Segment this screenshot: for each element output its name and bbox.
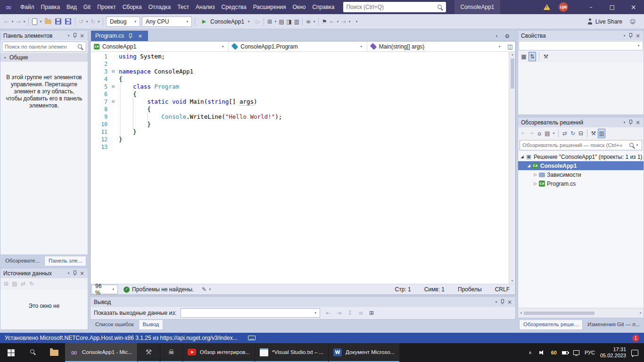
clock[interactable]: 17:31 05.02.2023 [600,346,626,359]
code-line[interactable]: 1using System; [91,53,509,60]
show-all-files-icon[interactable]: ▥ [598,129,605,138]
chevron-down-icon[interactable]: ▾ [552,132,556,135]
code-editor[interactable]: 1using System;23⊟namespace ConsoleApp14{… [91,52,515,284]
taskbar-app-notepad[interactable]: *Visual Studio.txt – ... [255,343,328,362]
taskbar-search-button[interactable] [22,343,43,362]
scroll-left-icon[interactable]: ▾ [516,310,526,316]
properties-header[interactable]: Свойства ▾ × [518,31,644,41]
save-all-icon[interactable] [65,18,71,25]
menu-item-5[interactable]: Сборка [119,0,145,14]
menu-item-12[interactable]: Справка [309,0,338,14]
project-dropdown[interactable]: C# ConsoleApp1 ▾ [91,41,229,51]
properties-object-dropdown[interactable]: ▾ [519,41,643,50]
problems-status[interactable]: Проблемы не найдены. [132,286,194,293]
pin-icon[interactable] [72,33,77,39]
scroll-up-icon[interactable]: ▾ [510,52,515,58]
chevron-down-icon[interactable]: ▾ [312,20,316,24]
refresh-data-source-icon[interactable]: ↻ [28,279,35,288]
tab-solution-explorer[interactable]: Обозревате... [1,256,43,266]
chevron-down-icon[interactable]: ▾ [273,20,278,24]
chevron-down-icon[interactable]: ▾ [22,20,26,24]
feedback-icon[interactable]: ☺ [629,17,636,26]
taskbar-app-skull-game[interactable]: ☠ [160,343,182,362]
code-line[interactable]: 10 } [91,121,509,128]
chevron-down-icon[interactable]: ▾ [336,20,340,24]
maximize-button[interactable]: □ [602,0,623,14]
error-list-icon[interactable]: ▤ [278,17,285,26]
minimize-button[interactable]: – [580,0,602,14]
sync-data-source-icon[interactable]: ⇄ [19,279,27,288]
toolbox-search-box[interactable] [2,41,86,52]
refresh-icon[interactable]: ↻ [569,129,577,138]
output-source-dropdown[interactable]: ▾ [181,308,320,318]
collapse-all-icon[interactable]: ⊟ [577,129,585,138]
taskbar-app-youtube[interactable]: Обзор интегриров... [183,343,255,362]
collapse-region-icon[interactable]: ⊟ [109,83,117,90]
new-item-icon[interactable]: ⊞ [266,17,273,26]
menu-item-7[interactable]: Тест [174,0,192,14]
chevron-down-icon[interactable]: ▾ [347,20,352,24]
scrollbar-thumb[interactable] [524,312,594,315]
quick-search-box[interactable] [343,2,446,12]
pin-icon[interactable] [500,299,504,305]
solution-explorer-icon[interactable]: ▥ [293,17,300,26]
property-pages-icon[interactable]: ⚒ [542,52,550,61]
close-icon[interactable]: × [634,118,642,127]
close-button[interactable]: × [623,0,644,14]
code-line[interactable]: 9 Console.WriteLine("Hello World!"); [91,113,509,121]
properties-icon[interactable]: ⚒ [590,129,597,138]
clear-all-icon[interactable]: ⊞ [368,308,375,318]
solution-configuration-dropdown[interactable]: Debug▾ [106,16,140,27]
taskbar-app-visual-studio[interactable]: ∞ConsoleApp1 - Mic... [65,343,137,362]
tree-item[interactable]: ▷Зависимости [518,170,644,179]
code-line[interactable]: 2 [91,60,509,68]
next-bookmark-icon[interactable]: ⇥ [340,17,347,26]
toolbar-overflow-icon[interactable]: ▾ [355,20,359,24]
chevron-down-icon[interactable]: ▾ [635,143,639,147]
start-without-debugging-icon[interactable]: ▷ [254,17,262,26]
quick-search-input[interactable] [346,4,437,10]
code-line[interactable]: 4{ [91,75,509,83]
tab-output[interactable]: Вывод [139,320,164,330]
close-icon[interactable]: × [136,31,144,41]
action-center-icon[interactable] [631,350,638,356]
tray-number-badge[interactable]: 60 [551,350,557,355]
warning-icon[interactable] [544,4,550,10]
categorized-icon[interactable]: ▦ [520,52,528,61]
chevron-down-icon[interactable]: ▾ [66,34,71,38]
previous-bookmark-icon[interactable]: ⇤ [328,17,336,26]
gear-icon[interactable]: ⚙ [504,32,511,41]
add-data-source-icon[interactable]: ⊞ [2,279,10,288]
start-button[interactable] [0,343,22,362]
solution-explorer-header[interactable]: Обозреватель решений ▾ × [518,117,644,127]
network-icon[interactable] [573,350,579,355]
tab-solution-explorer[interactable]: Обозреватель реше... [519,320,583,330]
zoom-dropdown[interactable]: 96 % ▾ [91,285,118,294]
output-window-icon[interactable]: ◨ [285,17,293,26]
edit-data-source-icon[interactable]: ▤ [11,279,18,288]
navigate-forward-icon[interactable]: → [15,17,22,26]
tab-error-list[interactable]: Список ошибок [91,320,138,330]
expand-arrow-icon[interactable]: ▷ [532,181,538,186]
indent-icon[interactable]: ≡ [305,17,312,26]
tree-item[interactable]: ▷C#Program.cs [518,179,644,188]
code-line[interactable]: 5⊟ class Program [91,83,509,90]
tree-item[interactable]: ◢▣Решение "ConsoleApp1" (проекты: 1 из 1… [518,152,644,161]
solution-search-box[interactable]: ▾ [520,140,642,150]
chevron-down-icon[interactable]: ▾ [208,288,212,291]
redo-icon[interactable]: ↻ [89,17,97,26]
save-icon[interactable] [55,18,61,25]
vertical-scrollbar[interactable]: ▾ ▾ [509,52,515,284]
output-header[interactable]: Вывод ▾ × [91,297,515,307]
autoscroll-icon[interactable]: ↧ [346,308,354,318]
document-tab-programcs[interactable]: Program.cs × [91,31,148,41]
file-explorer-button[interactable] [43,343,65,362]
scroll-right-icon[interactable]: ▾ [636,310,644,316]
spaces-indicator[interactable]: Пробелы [458,286,482,293]
chevron-down-icon[interactable]: ▾ [39,20,43,24]
pin-icon[interactable] [628,33,633,39]
menu-item-6[interactable]: Отладка [145,0,174,14]
word-wrap-icon[interactable]: ≡ [357,308,364,318]
type-dropdown[interactable]: ConsoleApp1.Program ▾ [229,41,367,51]
toolbox-section-general[interactable]: ▾ Общие [0,53,88,62]
